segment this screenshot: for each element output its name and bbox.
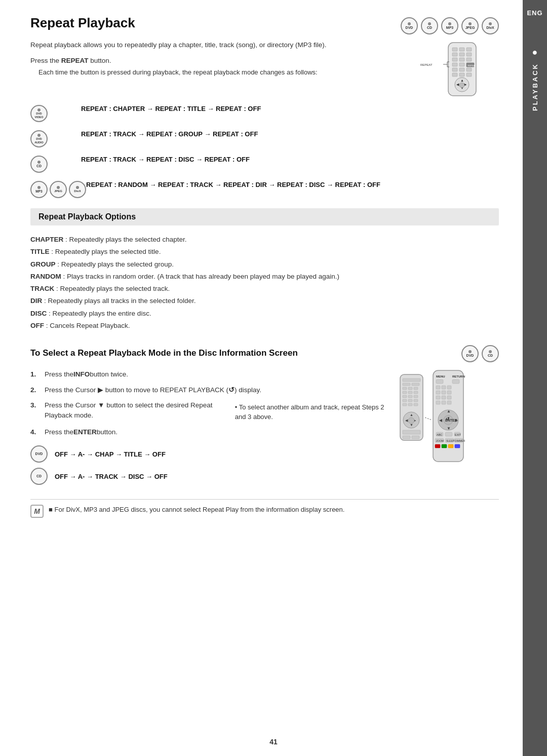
option-chapter: CHAPTER : Repeatedly plays the selected … [30, 234, 499, 246]
svg-text:▲: ▲ [447, 409, 451, 413]
svg-point-25 [459, 83, 464, 88]
disc-icons-top: DVD CD MP3 JPEG DivX [401, 17, 499, 34]
dvd-audio-icon: DVDAUDIO [30, 130, 48, 147]
note-box: M ■ For DivX, MP3 and JPEG discs, you ca… [30, 499, 499, 518]
svg-rect-68 [442, 391, 446, 394]
svg-rect-37 [414, 387, 418, 390]
sidebar-section-label: PLAYBACK [531, 63, 539, 111]
svg-rect-62 [436, 380, 443, 384]
svg-rect-12 [452, 63, 457, 66]
svg-rect-96 [442, 444, 447, 448]
repeat-seq-multi: REPEAT : RANDOM → REPEAT : TRACK → REPEA… [86, 180, 499, 191]
svg-text:▼: ▼ [447, 426, 451, 431]
right-sidebar: ENG ● PLAYBACK [523, 0, 547, 756]
repeat-row-cd: CD REPEAT : TRACK → REPEAT : DISC → REPE… [30, 155, 499, 173]
svg-rect-8 [459, 58, 464, 61]
select-section-title: To Select a Repeat Playback Mode in the … [30, 348, 298, 358]
note-icon: M [30, 505, 44, 518]
svg-rect-40 [414, 391, 418, 394]
note-text: ■ For DivX, MP3 and JPEG discs, you cann… [49, 505, 344, 515]
svg-rect-13 [459, 63, 464, 66]
cd-seq-icon: CD [30, 156, 48, 173]
bottom-sequences: DVD OFF → A- → CHAP → TITLE → OFF CD OFF… [30, 445, 387, 485]
repeat-sequences: DVDVIDEO REPEAT : CHAPTER → REPEAT : TIT… [30, 104, 499, 198]
svg-rect-97 [448, 444, 453, 448]
svg-rect-70 [436, 396, 440, 399]
svg-rect-41 [403, 395, 407, 398]
svg-text:▶: ▶ [455, 418, 458, 423]
option-disc: DISC : Repeatedly plays the entire disc. [30, 308, 499, 320]
svg-rect-9 [466, 58, 472, 61]
options-list: CHAPTER : Repeatedly plays the selected … [30, 234, 499, 332]
svg-text:▲: ▲ [460, 79, 464, 82]
svg-rect-3 [466, 48, 472, 51]
disc-col-multi: MP3 JPEG DivX [30, 181, 86, 198]
steps-and-remote: Press the INFO button twice. Press the C… [30, 369, 499, 490]
remote-bottom-svg: ▲ ▼ ◀ ▶ MENU RETURN [398, 369, 499, 471]
intro-text: Repeat playback allows you to repeatedly… [30, 40, 408, 51]
repeat-seq-dvd-audio: REPEAT : TRACK → REPEAT : GROUP → REPEAT… [81, 129, 499, 140]
dvd-icon: DVD [401, 17, 418, 34]
svg-rect-4 [452, 53, 457, 56]
svg-rect-1 [452, 48, 457, 51]
remote-svg: REPEAT ▲ ▼ ◀ ▶ [418, 42, 499, 97]
divx-icon: DivX [482, 17, 499, 34]
svg-rect-86 [445, 432, 452, 436]
svg-text:SLEEP: SLEEP [446, 439, 455, 442]
svg-rect-18 [459, 73, 464, 77]
title-row: Repeat Playback DVD CD MP3 JPEG DivX [30, 15, 499, 34]
svg-rect-69 [447, 391, 451, 394]
main-content: Repeat Playback DVD CD MP3 JPEG DivX [0, 0, 519, 538]
svg-rect-19 [466, 73, 472, 77]
svg-rect-74 [442, 401, 446, 404]
svg-text:EXIT: EXIT [455, 433, 461, 436]
svg-text:RETURN: RETURN [452, 375, 465, 378]
repeat-seq-dvd-video: REPEAT : CHAPTER → REPEAT : TITLE → REPE… [81, 104, 499, 115]
step-4: Press the ENTER button. [30, 427, 387, 437]
svg-rect-17 [452, 73, 457, 77]
option-group: GROUP : Repeatedly plays the selected gr… [30, 258, 499, 271]
svg-rect-33 [403, 383, 410, 386]
repeat-row-multi: MP3 JPEG DivX REPEAT : RANDOM → REPEAT :… [30, 180, 499, 198]
svg-rect-72 [447, 396, 451, 399]
svg-rect-16 [466, 68, 472, 71]
select-dvd-icon: DVD [461, 345, 479, 362]
bottom-dvd-icon: DVD [30, 445, 48, 463]
svg-rect-73 [436, 401, 440, 404]
svg-rect-63 [452, 380, 459, 384]
svg-rect-66 [447, 386, 451, 389]
svg-rect-71 [442, 396, 446, 399]
page-title: Repeat Playback [30, 15, 135, 31]
cd-icon: CD [421, 17, 438, 34]
svg-rect-7 [452, 58, 457, 61]
select-section-title-row: To Select a Repeat Playback Mode in the … [30, 344, 499, 362]
svg-rect-32 [403, 379, 420, 382]
svg-rect-38 [403, 391, 407, 394]
svg-rect-95 [435, 444, 440, 448]
sidebar-bullet: ● [532, 47, 538, 58]
option-track: TRACK : Repeatedly plays the selected tr… [30, 283, 499, 295]
svg-rect-48 [408, 403, 412, 406]
svg-rect-42 [408, 395, 412, 398]
svg-text:▲: ▲ [410, 413, 413, 417]
svg-rect-98 [455, 444, 460, 448]
svg-text:◀: ◀ [439, 418, 443, 423]
svg-rect-45 [408, 399, 412, 402]
repeat-seq-cd: REPEAT : TRACK → REPEAT : DISC → REPEAT … [81, 155, 499, 165]
bottom-seq-cd: CD OFF → A- → TRACK → DISC → OFF [30, 468, 387, 485]
svg-rect-43 [414, 395, 418, 398]
svg-rect-34 [412, 383, 419, 386]
svg-rect-75 [447, 401, 451, 404]
svg-rect-46 [414, 399, 418, 402]
jpeg-icon: JPEG [461, 17, 479, 34]
press-repeat-text: Press the REPEAT button. [30, 57, 408, 64]
mp3-seq-icon: MP3 [30, 181, 48, 198]
sidebar-lang-label: ENG [527, 9, 542, 17]
svg-rect-58 [412, 436, 419, 439]
svg-point-55 [408, 418, 414, 424]
select-cd-icon: CD [482, 345, 499, 362]
svg-rect-44 [403, 399, 407, 402]
svg-rect-15 [459, 68, 464, 71]
disc-col-dvd-audio: DVDAUDIO [30, 130, 81, 147]
svg-line-99 [425, 418, 432, 420]
